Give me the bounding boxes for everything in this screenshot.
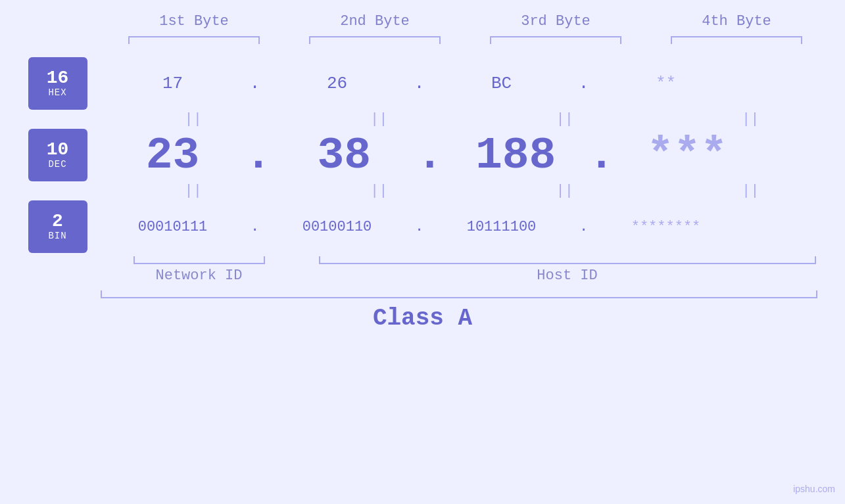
bin-b1: 00010111 — [101, 219, 245, 235]
full-bracket-container — [101, 290, 817, 298]
spacer1 — [272, 256, 291, 264]
hex-b3: BC — [429, 74, 574, 93]
host-id-label: Host ID — [291, 267, 844, 284]
hex-values: 17 . 26 . BC . ** — [101, 74, 844, 93]
bin-dot3: . — [574, 219, 594, 235]
hex-dot1: . — [245, 74, 265, 93]
dec-b1: 23 — [101, 130, 245, 181]
byte-headers: 1st Byte 2nd Byte 3rd Byte 4th Byte — [104, 13, 827, 30]
byte1-header: 1st Byte — [122, 13, 266, 30]
bracket-byte1 — [128, 36, 260, 44]
bin-badge: 2 BIN — [28, 200, 87, 253]
network-bracket — [133, 256, 265, 264]
bin-row: 2 BIN 00010111 . 00100110 . 10111100 . *… — [28, 200, 844, 253]
spacer2 — [272, 267, 291, 284]
network-id-label: Network ID — [127, 267, 272, 284]
host-bracket — [319, 256, 816, 264]
bin-num: 2 — [52, 212, 63, 231]
dec-b2: 38 — [272, 130, 416, 181]
bracket-byte3 — [490, 36, 621, 44]
watermark: ipshu.com — [793, 484, 835, 494]
host-bracket-container — [291, 256, 844, 264]
bottom-brackets-row — [127, 256, 844, 264]
byte3-header: 3rd Byte — [483, 13, 628, 30]
bracket-byte4 — [671, 36, 802, 44]
eq2-b2: || — [306, 183, 451, 199]
dec-dot3: . — [588, 130, 615, 181]
main-container: 1st Byte 2nd Byte 3rd Byte 4th Byte 16 H… — [0, 0, 845, 504]
bracket-byte2 — [309, 36, 441, 44]
eq1-b3: || — [493, 111, 637, 127]
eq1-b2: || — [306, 111, 451, 127]
top-brackets — [104, 36, 827, 44]
id-labels-row: Network ID Host ID — [127, 267, 844, 284]
dec-badge: 10 DEC — [28, 129, 87, 181]
hex-b2: 26 — [265, 74, 410, 93]
bottom-section: Network ID Host ID — [55, 256, 846, 284]
equals-row-2: || || || || — [101, 183, 844, 199]
eq1-b1: || — [121, 111, 266, 127]
hex-row: 16 HEX 17 . 26 . BC . ** — [28, 57, 844, 110]
bin-b3: 10111100 — [429, 219, 574, 235]
full-bracket — [101, 290, 817, 298]
eq2-b1: || — [121, 183, 266, 199]
dec-b4: *** — [615, 130, 760, 181]
dec-b3: 188 — [443, 130, 588, 181]
dec-label: DEC — [48, 159, 66, 170]
class-label: Class A — [373, 305, 472, 332]
bin-b4: ******** — [594, 219, 738, 235]
dec-row: 10 DEC 23 . 38 . 188 . *** — [28, 129, 844, 181]
bin-label: BIN — [48, 231, 66, 241]
dec-dot1: . — [245, 130, 272, 181]
byte2-header: 2nd Byte — [302, 13, 447, 30]
rows-container: 16 HEX 17 . 26 . BC . ** || || || || 10 — [28, 57, 844, 298]
eq2-b3: || — [493, 183, 637, 199]
dec-num: 10 — [47, 141, 69, 159]
bin-b2: 00100110 — [265, 219, 410, 235]
class-label-row: Class A — [0, 305, 845, 332]
hex-badge: 16 HEX — [28, 57, 87, 110]
hex-num: 16 — [47, 69, 69, 87]
network-bracket-container — [127, 256, 272, 264]
bin-dot1: . — [245, 219, 265, 235]
bin-values: 00010111 . 00100110 . 10111100 . *******… — [101, 219, 844, 235]
equals-row-1: || || || || — [101, 111, 844, 127]
hex-dot2: . — [410, 74, 429, 93]
eq1-b4: || — [678, 111, 823, 127]
byte4-header: 4th Byte — [664, 13, 809, 30]
hex-label: HEX — [48, 87, 66, 98]
eq2-b4: || — [678, 183, 823, 199]
dec-values: 23 . 38 . 188 . *** — [101, 130, 844, 181]
dec-dot2: . — [416, 130, 443, 181]
hex-b1: 17 — [101, 74, 245, 93]
hex-b4: ** — [594, 74, 738, 93]
hex-dot3: . — [574, 74, 594, 93]
bin-dot2: . — [410, 219, 429, 235]
